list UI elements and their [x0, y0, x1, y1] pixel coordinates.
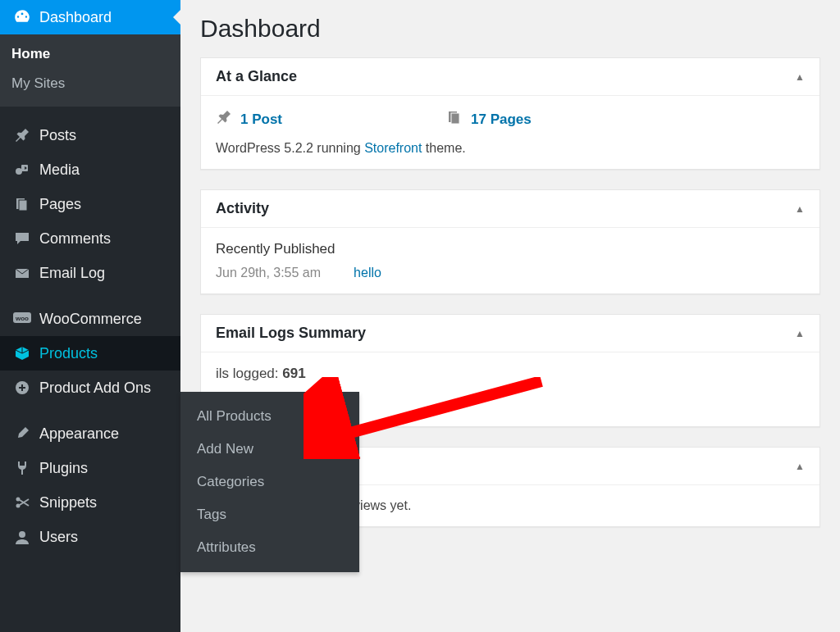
sidebar-item-label: Snippets: [39, 494, 97, 512]
sidebar-item-label: Plugins: [39, 460, 88, 477]
sidebar-sub-home[interactable]: Home: [0, 39, 180, 69]
wp-version-text: WordPress 5.2.2 running Storefront theme…: [216, 141, 805, 156]
pin-icon: [11, 126, 33, 144]
flyout-tags[interactable]: Tags: [180, 498, 359, 531]
admin-sidebar: Dashboard Home My Sites Posts Media Page…: [0, 0, 180, 632]
sidebar-item-woocommerce[interactable]: woo WooCommerce: [0, 302, 180, 336]
envelope-icon: [11, 264, 33, 282]
flyout-attributes[interactable]: Attributes: [180, 531, 359, 564]
activity-date: Jun 29th, 3:55 am: [216, 266, 321, 280]
sidebar-item-label: Appearance: [39, 425, 119, 443]
sidebar-item-label: Posts: [39, 127, 76, 144]
user-icon: [11, 528, 33, 546]
sidebar-item-products[interactable]: Products: [0, 336, 180, 371]
email-total-text: ils logged: 691: [216, 366, 805, 382]
chevron-up-icon[interactable]: ▲: [795, 203, 805, 215]
plus-circle-icon: [11, 379, 33, 397]
chevron-up-icon[interactable]: ▲: [795, 71, 805, 83]
scissors-icon: [11, 493, 33, 512]
panel-header[interactable]: At a Glance ▲: [201, 58, 819, 96]
sidebar-item-comments[interactable]: Comments: [0, 221, 180, 256]
svg-rect-3: [19, 200, 27, 211]
page-title: Dashboard: [200, 15, 820, 43]
svg-point-0: [16, 168, 22, 175]
glance-pages-text: 17 Pages: [471, 111, 532, 128]
flyout-categories[interactable]: Categories: [180, 466, 359, 498]
chevron-up-icon[interactable]: ▲: [795, 328, 805, 339]
sidebar-item-plugins[interactable]: Plugins: [0, 451, 180, 485]
svg-point-10: [19, 531, 25, 538]
sidebar-item-media[interactable]: Media: [0, 152, 180, 187]
sidebar-item-users[interactable]: Users: [0, 520, 180, 554]
sidebar-item-label: Comments: [39, 230, 111, 248]
theme-link[interactable]: Storefront: [364, 141, 422, 155]
pages-icon: [446, 109, 463, 130]
panel-header[interactable]: Activity ▲: [201, 190, 819, 228]
brush-icon: [11, 425, 33, 443]
panel-header[interactable]: Email Logs Summary ▲: [201, 315, 819, 352]
panel-body: Recently Published Jun 29th, 3:55 am hel…: [201, 228, 819, 293]
sidebar-sub-mysites[interactable]: My Sites: [0, 69, 180, 98]
chevron-up-icon[interactable]: ▲: [795, 461, 805, 472]
woo-icon: woo: [11, 310, 33, 328]
panel-title: Email Logs Summary: [216, 325, 366, 342]
comment-icon: [11, 230, 33, 248]
activity-section-label: Recently Published: [216, 241, 805, 257]
flyout-all-products[interactable]: All Products: [180, 400, 359, 433]
sidebar-item-posts[interactable]: Posts: [0, 118, 180, 152]
sidebar-item-pages[interactable]: Pages: [0, 187, 180, 221]
panel-activity: Activity ▲ Recently Published Jun 29th, …: [200, 189, 820, 294]
flyout-add-new[interactable]: Add New: [180, 433, 359, 466]
sidebar-item-appearance[interactable]: Appearance: [0, 416, 180, 451]
panel-at-a-glance: At a Glance ▲ 1 Post 17 Pages: [200, 57, 820, 170]
gauge-icon: [11, 8, 33, 26]
sidebar-item-label: Email Log: [39, 265, 105, 282]
media-icon: [11, 161, 33, 179]
glance-posts-text: 1 Post: [240, 111, 282, 128]
box-icon: [11, 344, 33, 362]
panel-title: Activity: [216, 200, 269, 217]
glance-posts-link[interactable]: 1 Post: [216, 109, 282, 130]
dashboard-submenu: Home My Sites: [0, 34, 180, 107]
sidebar-item-label: Media: [39, 161, 80, 179]
sidebar-item-emaillog[interactable]: Email Log: [0, 256, 180, 290]
products-flyout-menu: All Products Add New Categories Tags Att…: [180, 392, 359, 572]
activity-post-link[interactable]: hello: [354, 266, 381, 280]
svg-text:woo: woo: [15, 315, 29, 322]
sidebar-item-label: Products: [39, 345, 98, 362]
plug-icon: [11, 459, 33, 477]
glance-pages-link[interactable]: 17 Pages: [446, 109, 532, 130]
sidebar-item-label: Product Add Ons: [39, 380, 151, 397]
sidebar-item-label: WooCommerce: [39, 311, 142, 328]
svg-rect-12: [451, 113, 459, 124]
sidebar-item-productaddons[interactable]: Product Add Ons: [0, 371, 180, 405]
sidebar-item-dashboard[interactable]: Dashboard: [0, 0, 180, 34]
panel-title: At a Glance: [216, 68, 297, 85]
sidebar-item-label: Pages: [39, 196, 81, 213]
pages-icon: [11, 195, 33, 213]
panel-body: 1 Post 17 Pages WordPress 5.2.2 running …: [201, 96, 819, 169]
pin-icon: [216, 109, 232, 130]
sidebar-item-label: Users: [39, 529, 78, 546]
sidebar-item-label: Dashboard: [39, 9, 112, 26]
sidebar-item-snippets[interactable]: Snippets: [0, 485, 180, 520]
